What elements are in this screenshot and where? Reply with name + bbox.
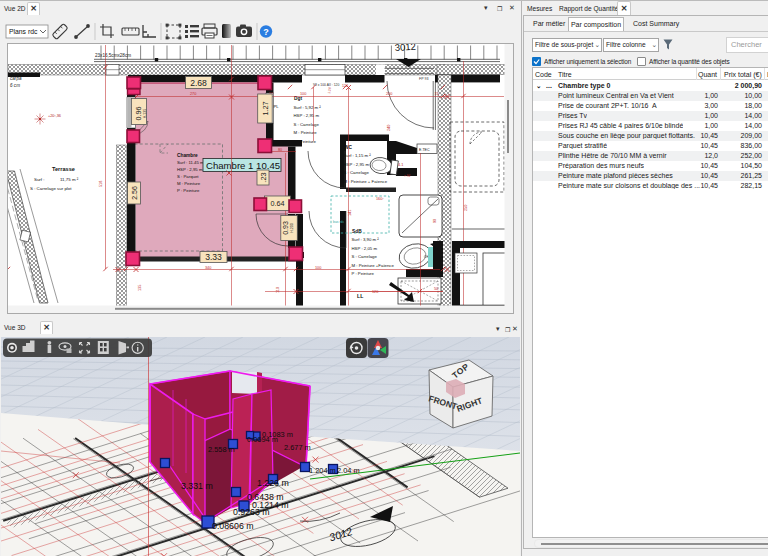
svg-text:100: 100 bbox=[300, 92, 306, 96]
svg-text:P : Peinture: P : Peinture bbox=[352, 271, 375, 276]
svg-text:340: 340 bbox=[205, 266, 211, 270]
svg-text:Surf : 1,15 m ²: Surf : 1,15 m ² bbox=[344, 153, 372, 158]
svg-text:bas rdc: bas rdc bbox=[333, 220, 344, 224]
svg-text:S : Carrelage: S : Carrelage bbox=[344, 170, 370, 175]
svg-text:1.226 m: 1.226 m bbox=[257, 478, 289, 488]
svg-text:240: 240 bbox=[387, 125, 391, 131]
svg-text:.23: .23 bbox=[259, 172, 268, 182]
svg-text:1.204 m: 1.204 m bbox=[309, 466, 336, 475]
svg-text:120: 120 bbox=[372, 290, 378, 294]
svg-text:3012: 3012 bbox=[394, 44, 416, 53]
svg-text:3.33: 3.33 bbox=[205, 252, 222, 262]
svg-text:E.TEC: E.TEC bbox=[419, 148, 430, 152]
svg-text:98 x 100 AII : 120: 98 x 100 AII : 120 bbox=[313, 83, 340, 87]
svg-text:110: 110 bbox=[276, 287, 280, 293]
svg-text:P : Peinture: P : Peinture bbox=[294, 139, 317, 144]
svg-text:0.9263 m: 0.9263 m bbox=[233, 507, 270, 517]
svg-text:0.08606 m: 0.08606 m bbox=[212, 521, 254, 531]
svg-text:carpa: carpa bbox=[10, 76, 22, 81]
svg-text:Terrasse: Terrasse bbox=[52, 166, 75, 172]
svg-text:160²: 160² bbox=[376, 197, 384, 201]
svg-text:S : Carrelage: S : Carrelage bbox=[294, 122, 320, 127]
svg-text:2.04 m: 2.04 m bbox=[337, 466, 360, 475]
svg-text:M : Peinture +Faïence: M : Peinture +Faïence bbox=[352, 263, 395, 268]
svg-text:0.93: 0.93 bbox=[282, 221, 289, 235]
svg-text:2.677 m: 2.677 m bbox=[284, 443, 311, 452]
svg-text:S : Carrelage sur plot: S : Carrelage sur plot bbox=[30, 186, 72, 191]
svg-text:P : Peinture: P : Peinture bbox=[177, 188, 200, 193]
svg-text:2.68: 2.68 bbox=[190, 78, 207, 88]
svg-text:0.96: 0.96 bbox=[134, 107, 143, 121]
svg-text:1.27: 1.27 bbox=[261, 102, 270, 116]
svg-text:270: 270 bbox=[190, 92, 196, 96]
svg-text:Chambre: Chambre bbox=[177, 153, 198, 158]
svg-text:141: 141 bbox=[348, 210, 352, 216]
svg-text:LL: LL bbox=[357, 293, 364, 299]
svg-text:HSP : 2,95 m: HSP : 2,95 m bbox=[344, 162, 370, 167]
svg-text:HSP : 2,95 m: HSP : 2,95 m bbox=[294, 113, 320, 118]
svg-text:100: 100 bbox=[315, 266, 321, 270]
svg-text:HSP : 2,95 m: HSP : 2,95 m bbox=[177, 167, 203, 172]
svg-text:FP 93: FP 93 bbox=[419, 77, 429, 81]
svg-text:15: 15 bbox=[435, 92, 439, 96]
svg-text:135: 135 bbox=[138, 285, 142, 291]
svg-text:Surf : 5,92 m ²: Surf : 5,92 m ² bbox=[294, 105, 322, 110]
svg-text:Chambre 1 10.45: Chambre 1 10.45 bbox=[206, 160, 280, 171]
svg-text:Plans rdc: Plans rdc bbox=[9, 28, 38, 35]
svg-text:6 cm: 6 cm bbox=[10, 83, 20, 88]
svg-text:SdB: SdB bbox=[352, 229, 362, 234]
svg-text:3.331 m: 3.331 m bbox=[181, 481, 213, 491]
svg-text:0.0694 m: 0.0694 m bbox=[247, 435, 278, 444]
svg-text:23x16,5cmx28cm: 23x16,5cmx28cm bbox=[95, 53, 131, 58]
svg-text:4.1: 4.1 bbox=[398, 163, 403, 167]
svg-text:M : Peinture + Faïence: M : Peinture + Faïence bbox=[344, 179, 388, 184]
svg-text:H.135: H.135 bbox=[143, 109, 147, 119]
svg-text:250: 250 bbox=[464, 205, 468, 211]
svg-text:+20¹,36: +20¹,36 bbox=[48, 114, 61, 118]
svg-text:S : Parquet: S : Parquet bbox=[177, 174, 199, 179]
svg-text:Surf : 3,90 m ²: Surf : 3,90 m ² bbox=[352, 237, 380, 242]
svg-text:518: 518 bbox=[99, 181, 103, 187]
svg-text:M : Peinture: M : Peinture bbox=[177, 181, 201, 186]
svg-text:S : Carrelage: S : Carrelage bbox=[352, 254, 378, 259]
svg-text:11,75 m ²: 11,75 m ² bbox=[60, 177, 79, 182]
svg-text:2.558 m: 2.558 m bbox=[208, 445, 235, 454]
svg-text:Surf : 11.45 m ²: Surf : 11.45 m ² bbox=[177, 160, 207, 165]
svg-text:?: ? bbox=[263, 27, 269, 37]
svg-text:0.64: 0.64 bbox=[271, 199, 285, 208]
svg-text:PL: PL bbox=[274, 104, 280, 109]
svg-text:50: 50 bbox=[434, 287, 438, 291]
svg-text:2.56: 2.56 bbox=[131, 186, 138, 200]
svg-text:Surf :: Surf : bbox=[34, 177, 45, 182]
svg-text:HSP : 2,05 m: HSP : 2,05 m bbox=[352, 246, 378, 251]
svg-text:90: 90 bbox=[433, 219, 437, 223]
svg-text:× 94: × 94 bbox=[404, 174, 411, 178]
svg-text:200: 200 bbox=[386, 92, 392, 96]
svg-text:80: 80 bbox=[278, 148, 282, 152]
svg-text:H.200: H.200 bbox=[290, 223, 294, 233]
